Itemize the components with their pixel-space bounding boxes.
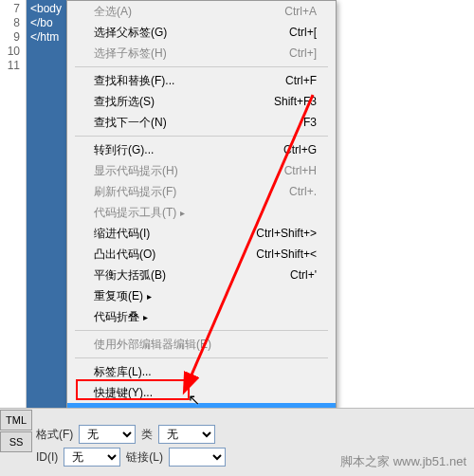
line-number: 8 xyxy=(0,16,20,30)
line-gutter: 7891011 xyxy=(0,0,27,408)
menu-item-label: 查找和替换(F)... xyxy=(94,73,174,89)
tab-css[interactable]: SS xyxy=(0,431,32,452)
code-line: </htm xyxy=(30,30,63,45)
menu-item-shortcut: Ctrl+A xyxy=(284,5,317,18)
code-line: </bo xyxy=(30,16,63,30)
menu-separator xyxy=(75,330,328,331)
menu-item: 刷新代码提示(F)Ctrl+. xyxy=(67,181,336,202)
menu-item-shortcut: Ctrl+[ xyxy=(289,26,317,39)
line-number: 7 xyxy=(0,2,20,16)
menu-item[interactable]: 查找所选(S)Shift+F3 xyxy=(67,91,336,112)
menu-item-label: 缩进代码(I) xyxy=(94,226,150,242)
menu-item[interactable]: 查找和替换(F)...Ctrl+F xyxy=(67,70,336,91)
menu-item-label: 重复项(E) xyxy=(94,288,152,304)
link-label: 链接(L) xyxy=(126,449,163,466)
line-number: 10 xyxy=(0,45,20,59)
tab-html[interactable]: TML xyxy=(0,410,32,430)
menu-item: 全选(A)Ctrl+A xyxy=(67,1,336,22)
class-label: 类 xyxy=(141,427,153,443)
code-line: <body xyxy=(30,2,63,16)
menu-item-label: 使用外部编辑器编辑(E) xyxy=(94,337,211,353)
menu-item[interactable]: 快捷键(Y)... xyxy=(67,382,336,403)
menu-item-label: 刷新代码提示(F) xyxy=(94,184,176,200)
class-select[interactable]: 无 xyxy=(158,425,215,444)
menu-item-label: 代码提示工具(T) xyxy=(94,205,185,221)
menu-item-shortcut: Ctrl+H xyxy=(284,164,317,177)
format-label: 格式(F) xyxy=(36,427,73,443)
menu-item-label: 凸出代码(O) xyxy=(94,247,155,263)
menu-item-label: 显示代码提示(H) xyxy=(94,163,178,179)
menu-separator xyxy=(75,66,328,67)
menu-item-shortcut: Ctrl+. xyxy=(289,185,317,198)
menu-item: 选择子标签(H)Ctrl+] xyxy=(67,43,336,64)
menu-item[interactable]: 标签库(L)... xyxy=(67,361,336,382)
edit-context-menu: 全选(A)Ctrl+A选择父标签(G)Ctrl+[选择子标签(H)Ctrl+]查… xyxy=(66,0,337,425)
menu-item[interactable]: 重复项(E) xyxy=(67,285,336,306)
menu-item-label: 查找下一个(N) xyxy=(94,115,167,131)
menu-item-shortcut: Ctrl+' xyxy=(290,268,317,282)
panel-tab-column: TML SS xyxy=(0,410,32,453)
line-number: 9 xyxy=(0,30,20,45)
menu-item-label: 代码折叠 xyxy=(94,309,148,325)
menu-item-shortcut: Shift+F3 xyxy=(274,95,317,108)
menu-item-label: 转到行(G)... xyxy=(94,142,154,158)
id-label: ID(I) xyxy=(36,450,58,464)
format-select[interactable]: 无 xyxy=(79,425,136,444)
id-select[interactable]: 无 xyxy=(64,448,120,467)
menu-item-label: 查找所选(S) xyxy=(94,94,155,110)
menu-item[interactable]: 转到行(G)...Ctrl+G xyxy=(67,139,336,160)
code-area[interactable]: <body</bo</htm xyxy=(27,0,66,408)
menu-item-label: 全选(A) xyxy=(94,4,132,20)
menu-item-shortcut: Ctrl+] xyxy=(289,46,317,60)
menu-item[interactable]: 缩进代码(I)Ctrl+Shift+> xyxy=(67,223,336,244)
menu-item-label: 选择父标签(G) xyxy=(94,25,167,41)
link-select[interactable] xyxy=(169,448,226,467)
menu-item[interactable]: 选择父标签(G)Ctrl+[ xyxy=(67,22,336,43)
menu-item-shortcut: Ctrl+Shift+> xyxy=(256,227,317,240)
menu-item-label: 快捷键(Y)... xyxy=(94,385,153,401)
menu-item-shortcut: F3 xyxy=(303,116,317,129)
menu-item-label: 选择子标签(H) xyxy=(94,46,167,62)
menu-item-label: 平衡大括弧(B) xyxy=(94,267,166,284)
menu-item: 显示代码提示(H)Ctrl+H xyxy=(67,160,336,181)
menu-separator xyxy=(75,357,328,358)
menu-item-shortcut: Ctrl+G xyxy=(283,143,317,156)
watermark: 脚本之家 www.jb51.net xyxy=(340,453,466,470)
menu-item: 代码提示工具(T) xyxy=(67,202,336,223)
line-number: 11 xyxy=(0,59,20,73)
menu-item[interactable]: 平衡大括弧(B)Ctrl+' xyxy=(67,265,336,285)
menu-item-shortcut: Ctrl+Shift+< xyxy=(256,247,317,261)
menu-item[interactable]: 查找下一个(N)F3 xyxy=(67,112,336,133)
menu-item[interactable]: 凸出代码(O)Ctrl+Shift+< xyxy=(67,244,336,265)
code-editor: 7891011 <body</bo</htm xyxy=(0,0,66,408)
menu-item-shortcut: Ctrl+F xyxy=(285,74,317,87)
properties-row: 格式(F) 无 类 无 xyxy=(36,425,470,444)
menu-item[interactable]: 代码折叠 xyxy=(67,306,336,327)
menu-item: 使用外部编辑器编辑(E) xyxy=(67,334,336,355)
menu-item-label: 标签库(L)... xyxy=(94,364,152,380)
menu-separator xyxy=(75,136,328,137)
